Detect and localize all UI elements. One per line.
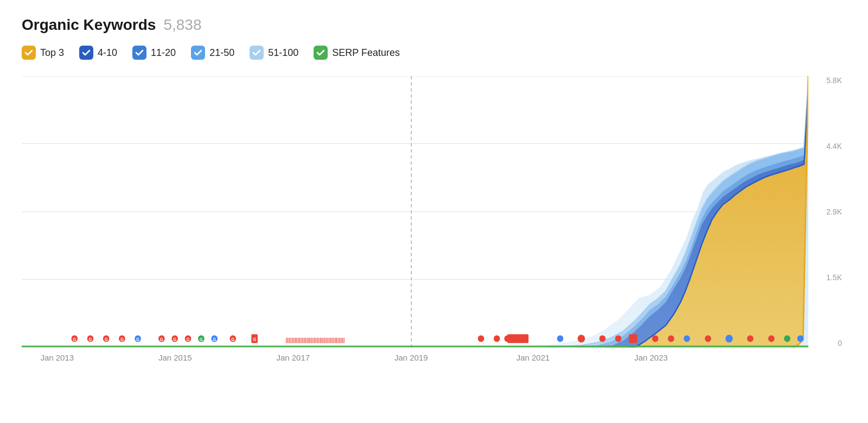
y-label-4: 5.8K xyxy=(808,76,846,85)
svg-text:G: G xyxy=(231,337,234,342)
legend-item-serp[interactable]: SERP Features xyxy=(314,46,400,60)
y-label-2: 2.9K xyxy=(808,207,846,216)
x-axis: Jan 2013Jan 2015Jan 2017Jan 2019Jan 2021… xyxy=(22,348,808,380)
legend-item-top3[interactable]: Top 3 xyxy=(22,46,64,60)
legend-label-21-50: 21-50 xyxy=(209,47,234,59)
svg-text:G: G xyxy=(213,337,216,342)
svg-text:G: G xyxy=(73,337,76,342)
svg-point-33 xyxy=(494,336,500,342)
legend-checkbox-top3[interactable] xyxy=(22,46,36,60)
legend-item-4-10[interactable]: 4-10 xyxy=(79,46,117,60)
svg-point-46 xyxy=(747,336,754,342)
keyword-count: 5,838 xyxy=(163,16,201,34)
svg-text:G: G xyxy=(253,337,256,342)
legend-checkbox-4-10[interactable] xyxy=(79,46,93,60)
chart-area: 01.5K2.9K4.4K5.8K xyxy=(22,76,846,380)
x-label-4: Jan 2021 xyxy=(516,353,550,362)
svg-rect-35 xyxy=(507,334,528,343)
legend-checkbox-serp[interactable] xyxy=(314,46,328,60)
page-title: Organic Keywords xyxy=(22,16,156,34)
legend: Top 34-1011-2021-5051-100SERP Features xyxy=(22,46,846,60)
legend-label-top3: Top 3 xyxy=(40,47,64,59)
x-label-3: Jan 2019 xyxy=(394,353,428,362)
x-label-5: Jan 2023 xyxy=(634,353,668,362)
header: Organic Keywords 5,838 xyxy=(22,16,846,34)
svg-text:G: G xyxy=(88,337,92,342)
legend-item-21-50[interactable]: 21-50 xyxy=(191,46,234,60)
svg-point-49 xyxy=(797,336,804,342)
svg-point-48 xyxy=(784,336,790,342)
svg-text:||||||||||||||||||||||||||||||: |||||||||||||||||||||||||||||||||||||||| xyxy=(286,337,345,343)
y-axis: 01.5K2.9K4.4K5.8K xyxy=(808,76,846,348)
svg-text:G: G xyxy=(173,337,176,342)
svg-text:G: G xyxy=(136,337,139,342)
svg-point-45 xyxy=(725,335,733,343)
legend-checkbox-11-20[interactable] xyxy=(132,46,146,60)
y-label-1: 1.5K xyxy=(808,273,846,282)
legend-label-11-20: 11-20 xyxy=(151,47,176,59)
svg-point-44 xyxy=(705,336,711,342)
svg-point-39 xyxy=(615,336,622,342)
svg-point-42 xyxy=(668,336,674,342)
svg-text:G: G xyxy=(187,337,190,342)
x-label-1: Jan 2015 xyxy=(158,353,192,362)
svg-point-37 xyxy=(578,335,585,343)
svg-point-32 xyxy=(478,336,484,342)
legend-label-51-100: 51-100 xyxy=(268,47,298,59)
svg-text:G: G xyxy=(160,337,163,342)
x-label-2: Jan 2017 xyxy=(276,353,310,362)
legend-item-11-20[interactable]: 11-20 xyxy=(132,46,176,60)
y-label-0: 0 xyxy=(808,339,846,348)
legend-label-4-10: 4-10 xyxy=(98,47,117,59)
svg-rect-40 xyxy=(629,334,637,343)
legend-checkbox-21-50[interactable] xyxy=(191,46,205,60)
chart-container: G G G G G G xyxy=(22,76,808,348)
legend-checkbox-51-100[interactable] xyxy=(250,46,264,60)
x-label-0: Jan 2013 xyxy=(40,353,74,362)
y-label-3: 4.4K xyxy=(808,142,846,150)
svg-point-36 xyxy=(557,336,564,342)
svg-point-41 xyxy=(652,336,659,342)
svg-point-38 xyxy=(599,336,606,342)
chart-svg: G G G G G G xyxy=(22,76,808,348)
legend-item-51-100[interactable]: 51-100 xyxy=(250,46,298,60)
svg-text:G: G xyxy=(200,337,203,342)
svg-text:G: G xyxy=(120,337,124,342)
svg-point-43 xyxy=(684,336,690,342)
svg-point-47 xyxy=(768,336,775,342)
legend-label-serp: SERP Features xyxy=(332,47,400,59)
svg-text:G: G xyxy=(105,337,108,342)
